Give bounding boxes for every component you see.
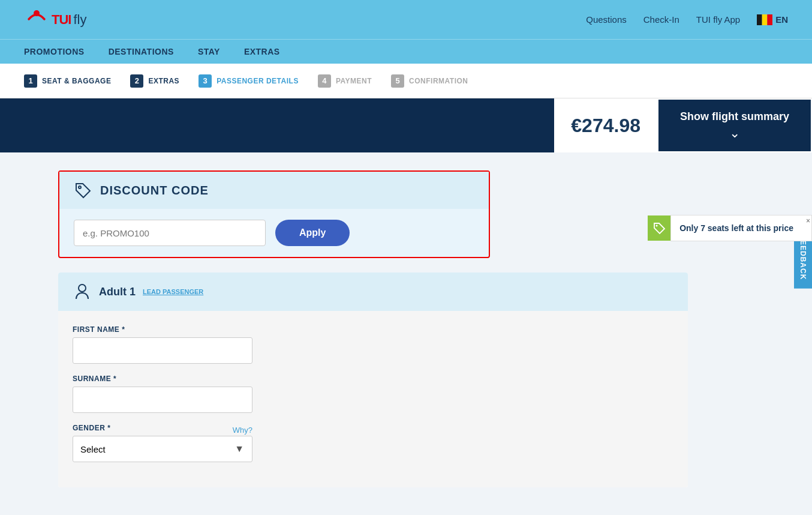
gender-label: GENDER * (73, 424, 110, 432)
flight-summary-label: Show flight summary (680, 110, 789, 123)
seats-notification: Only 7 seats left at this price × (648, 215, 812, 241)
gender-select-wrap: Select Male Female ▼ (73, 436, 252, 462)
seats-close-icon[interactable]: × (806, 217, 810, 225)
step-1[interactable]: 1 SEAT & BAGGAGE (24, 74, 111, 88)
discount-header: DISCOUNT CODE (59, 172, 489, 209)
svg-rect-3 (767, 14, 772, 25)
gender-select[interactable]: Select Male Female (73, 436, 252, 462)
step-4-label: PAYMENT (336, 77, 372, 85)
seats-text: Only 7 seats left at this price (679, 223, 793, 233)
svg-rect-2 (762, 14, 768, 25)
flight-summary-button[interactable]: Show flight summary ⌄ (657, 98, 812, 152)
tag-icon (652, 221, 666, 235)
first-name-field: FIRST NAME * (73, 325, 673, 364)
step-2[interactable]: 2 EXTRAS (130, 74, 179, 88)
logo-fly: fly (73, 12, 86, 28)
nav-stay[interactable]: STAY (198, 40, 220, 64)
svg-point-6 (79, 285, 86, 292)
step-3-label: PASSENGER DETAILS (216, 77, 299, 85)
gender-field: GENDER * Why? Select Male Female ▼ (73, 424, 673, 462)
steps-bar: 1 SEAT & BAGGAGE 2 EXTRAS 3 PASSENGER DE… (0, 64, 812, 98)
apply-button[interactable]: Apply (275, 220, 350, 246)
nav-extras[interactable]: EXTRAS (244, 40, 280, 64)
why-link[interactable]: Why? (233, 426, 252, 435)
step-5-label: CONFIRMATION (409, 77, 468, 85)
discount-tag-icon (74, 181, 92, 199)
language-selector[interactable]: EN (757, 14, 788, 25)
price-box: €274.98 (554, 98, 657, 152)
passenger-title: Adult 1 (99, 286, 136, 298)
passenger-form: FIRST NAME * SURNAME * GENDER * Why? Sel… (58, 311, 688, 487)
chevron-down-icon: ⌄ (729, 125, 740, 141)
first-name-input[interactable] (73, 337, 252, 364)
step-4-num: 4 (318, 74, 331, 88)
surname-field: SURNAME * (73, 375, 673, 413)
main-nav: PROMOTIONS DESTINATIONS STAY EXTRAS (0, 39, 812, 64)
gender-row: GENDER * Why? (73, 424, 252, 436)
step-3-num: 3 (199, 74, 212, 88)
svg-rect-1 (757, 14, 762, 25)
language-label: EN (775, 14, 788, 25)
surname-input[interactable] (73, 387, 252, 413)
step-2-num: 2 (130, 74, 143, 88)
price-banner: €274.98 Show flight summary ⌄ (0, 98, 812, 152)
step-5-num: 5 (391, 74, 404, 88)
svg-point-4 (656, 225, 658, 227)
logo[interactable]: TUI fly (24, 7, 86, 32)
nav-promotions[interactable]: PROMOTIONS (24, 40, 85, 64)
step-1-label: SEAT & BAGGAGE (42, 77, 111, 85)
seats-badge (648, 215, 670, 241)
discount-body: Apply (59, 209, 489, 257)
discount-section: DISCOUNT CODE Apply (58, 170, 490, 258)
passenger-header: Adult 1 LEAD PASSENGER (58, 273, 688, 311)
price-value: €274.98 (571, 115, 640, 137)
step-1-num: 1 (24, 74, 37, 88)
svg-point-5 (79, 186, 81, 188)
first-name-label: FIRST NAME * (73, 325, 673, 334)
person-icon (73, 282, 92, 301)
step-3[interactable]: 3 PASSENGER DETAILS (199, 74, 299, 88)
questions-link[interactable]: Questions (586, 14, 627, 25)
step-5[interactable]: 5 CONFIRMATION (391, 74, 468, 88)
flag-icon (757, 14, 772, 25)
discount-title: DISCOUNT CODE (100, 184, 209, 197)
checkin-link[interactable]: Check-In (643, 14, 679, 25)
lead-passenger-badge[interactable]: LEAD PASSENGER (143, 288, 203, 295)
logo-tui: TUI (52, 12, 71, 28)
surname-label: SURNAME * (73, 375, 673, 383)
step-2-label: EXTRAS (148, 77, 179, 85)
app-link[interactable]: TUI fly App (696, 14, 740, 25)
passenger-section: Adult 1 LEAD PASSENGER FIRST NAME * SURN… (58, 273, 688, 487)
nav-destinations[interactable]: DESTINATIONS (109, 40, 174, 64)
tui-logo-icon (24, 7, 49, 32)
promo-code-input[interactable] (74, 220, 266, 246)
top-links: Questions Check-In TUI fly App EN (586, 14, 788, 25)
step-4[interactable]: 4 PAYMENT (318, 74, 372, 88)
top-bar: TUI fly Questions Check-In TUI fly App E… (0, 0, 812, 39)
